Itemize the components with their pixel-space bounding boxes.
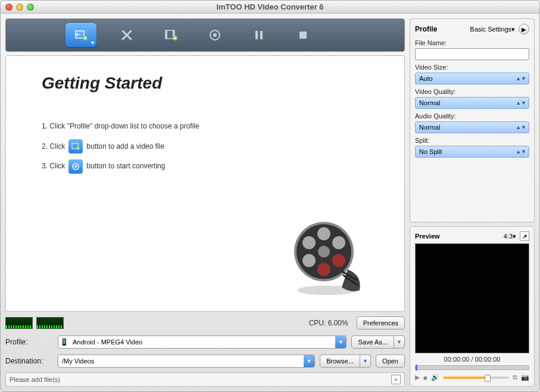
speaker-icon[interactable]: 🔊: [431, 374, 439, 381]
svg-point-20: [332, 236, 345, 249]
cpu-row: CPU: 6.00% Preferences: [5, 315, 405, 331]
split-label: Split:: [415, 137, 529, 144]
svg-rect-9: [260, 31, 263, 39]
profile-label: Profile:: [5, 338, 53, 346]
add-video-mini-icon: [68, 139, 83, 153]
video-quality-select[interactable]: Normal▲▼: [415, 97, 529, 109]
audio-quality-select[interactable]: Normal▲▼: [415, 121, 529, 133]
cpu-meter-1: [5, 317, 33, 329]
step-1: 1. Click "Profile" drop-down list to cho…: [42, 117, 369, 137]
svg-point-22: [317, 263, 330, 276]
chevron-down-icon: ▼: [304, 355, 314, 367]
volume-slider[interactable]: [443, 377, 509, 379]
svg-point-7: [213, 33, 217, 37]
profile-combo[interactable]: Android - MPEG4 Video ▼: [58, 335, 347, 349]
browse-dropdown[interactable]: ▼: [360, 355, 371, 368]
video-size-label: Video Size:: [415, 64, 529, 71]
step-3: 3. Click button to start converting: [42, 156, 369, 177]
destination-label: Destination:: [5, 357, 53, 365]
convert-mini-icon: [68, 159, 83, 174]
svg-point-23: [302, 254, 316, 267]
stop-playback-icon[interactable]: ■: [423, 374, 427, 381]
aspect-ratio-select[interactable]: 4:3▾: [504, 233, 516, 240]
svg-rect-28: [63, 339, 65, 344]
app-window: ImTOO HD Video Converter 6: [0, 0, 540, 392]
basic-settings-tab[interactable]: Basic Settings▾: [470, 26, 515, 33]
cpu-label: CPU: 6.00%: [309, 319, 348, 327]
film-reel-image: [285, 216, 369, 299]
profile-tab[interactable]: Profile: [415, 25, 437, 33]
svg-point-18: [318, 246, 330, 258]
step-2: 2. Click button to add a video file: [42, 137, 369, 157]
list-view-icon[interactable]: ≡: [391, 375, 401, 384]
status-bar: Please add file(s) ≡: [5, 372, 405, 387]
main-toolbar: [5, 18, 405, 52]
status-text: Please add file(s): [10, 376, 60, 383]
time-display: 00:00:00 / 00:00:00: [415, 356, 529, 363]
profile-panel: Profile Basic Settings▾ ▶ File Name: Vid…: [410, 18, 535, 222]
browse-split-button: Browse... ▼: [320, 355, 371, 368]
preview-title: Preview: [415, 233, 440, 240]
screens-icon[interactable]: ⧉: [513, 374, 517, 381]
expand-icon[interactable]: ↗: [520, 231, 529, 241]
svg-rect-3: [166, 30, 167, 39]
audio-quality-label: Audio Quality:: [415, 112, 529, 120]
preview-video: [415, 243, 529, 353]
pause-button[interactable]: [245, 23, 273, 47]
svg-point-24: [302, 236, 316, 249]
svg-rect-10: [299, 32, 307, 39]
preview-panel: Preview 4:3▾ ↗ 00:00:00 / 00:00:00 ▶ ■ 🔊…: [410, 226, 535, 387]
snapshot-icon[interactable]: 📷: [521, 374, 529, 381]
split-select[interactable]: No Split▲▼: [415, 146, 529, 158]
record-button[interactable]: [201, 23, 229, 47]
remove-button[interactable]: [113, 23, 141, 47]
content-area: Getting Started 1. Click "Profile" drop-…: [5, 55, 405, 312]
window-title: ImTOO HD Video Converter 6: [1, 2, 539, 11]
steps-list: 1. Click "Profile" drop-down list to cho…: [42, 117, 369, 177]
profile-row: Profile: Android - MPEG4 Video ▼ Save As…: [5, 334, 405, 350]
profile-panel-header: Profile Basic Settings▾ ▶: [415, 24, 529, 35]
open-button[interactable]: Open: [376, 355, 405, 368]
minimize-window-button[interactable]: [16, 4, 23, 11]
file-name-input[interactable]: [415, 48, 529, 60]
browse-button[interactable]: Browse...: [320, 355, 360, 368]
svg-rect-8: [255, 31, 258, 39]
close-window-button[interactable]: [5, 4, 13, 11]
file-name-label: File Name:: [415, 39, 529, 46]
svg-point-21: [332, 254, 345, 267]
cpu-meter-2: [36, 317, 64, 329]
add-media-button[interactable]: [65, 23, 96, 47]
titlebar: ImTOO HD Video Converter 6: [1, 1, 539, 14]
video-quality-label: Video Quality:: [415, 88, 529, 95]
destination-row: Destination: /My Videos ▼ Browse... ▼ Op…: [5, 353, 405, 369]
window-controls: [5, 4, 34, 11]
chevron-down-icon: ▼: [335, 336, 346, 348]
add-clip-button[interactable]: [157, 23, 185, 47]
getting-started-heading: Getting Started: [42, 74, 369, 93]
playback-slider[interactable]: [415, 365, 529, 370]
preferences-button[interactable]: Preferences: [357, 316, 405, 330]
svg-point-19: [317, 227, 330, 240]
playback-controls: ▶ ■ 🔊 ⧉ 📷: [415, 374, 529, 381]
save-as-button[interactable]: Save As...: [351, 335, 394, 349]
zoom-window-button[interactable]: [27, 4, 34, 11]
stop-button[interactable]: [289, 23, 317, 47]
destination-combo[interactable]: /My Videos ▼: [58, 355, 315, 368]
save-as-dropdown[interactable]: ▼: [394, 335, 405, 349]
svg-point-14: [74, 165, 77, 168]
next-panel-button[interactable]: ▶: [519, 24, 529, 35]
play-icon[interactable]: ▶: [415, 374, 420, 381]
save-as-split-button: Save As... ▼: [351, 335, 405, 349]
video-size-select[interactable]: Auto▲▼: [415, 73, 529, 84]
